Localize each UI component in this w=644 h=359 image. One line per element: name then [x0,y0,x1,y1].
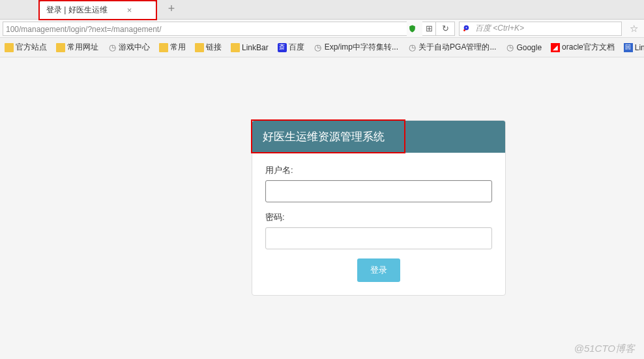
bookmark-item[interactable]: ◷游戏中心 [106,40,152,54]
login-panel: 好医生运维资源管理系统 用户名: 密码: 登录 [252,120,506,296]
browser-address-bar: 100/management/login/?next=/management/ … [0,20,644,38]
svg-point-1 [463,29,465,31]
bookmarks-bar: 官方站点常用网址◷游戏中心常用链接LinkBar斎百度◷Exp/imp中字符集转… [0,38,644,57]
login-button[interactable]: 登录 [357,258,400,282]
svg-point-0 [465,26,468,29]
bookmark-item[interactable]: 常用 [157,40,188,54]
bookmark-item[interactable]: 斎百度 [276,40,306,54]
bookmark-label: LinkBar [242,43,269,52]
username-input[interactable] [265,180,492,202]
reload-button[interactable]: ↻ [435,22,455,36]
shield-icon[interactable] [407,22,417,35]
bookmark-label: 百度 [289,42,304,53]
watermark-text: @51CTO博客 [574,343,635,355]
bookmark-label: Linux [635,43,644,52]
close-icon[interactable]: × [127,5,132,15]
login-panel-body: 用户名: 密码: 登录 [252,153,505,295]
browser-search-box[interactable]: 百度 <Ctrl+K> [459,22,622,36]
bookmark-item[interactable]: 链接 [193,40,224,54]
panel-title: 好医生运维资源管理系统 [263,131,385,143]
bookmark-label: 常用网址 [67,42,98,53]
page-content: 好医生运维资源管理系统 用户名: 密码: 登录 @51CTO博客 [0,57,644,359]
bookmark-item[interactable]: ◷关于自动PGA管理的... [405,40,498,54]
baidu-search-icon [462,23,473,34]
qrcode-icon[interactable]: ⊞ [422,22,435,36]
browser-tab-active[interactable]: 登录 | 好医生运维 × [39,1,156,19]
bookmark-item[interactable]: ◢oracle官方文档 [549,40,617,54]
bookmark-item[interactable]: LinkBar [229,42,271,54]
url-input[interactable]: 100/management/login/?next=/management/ [3,22,407,36]
bookmark-label: 关于自动PGA管理的... [418,42,496,53]
bookmark-item[interactable]: ◷Google [503,42,544,54]
bookmark-item[interactable]: 官方站点 [3,40,49,54]
tab-title: 登录 | 好医生运维 [46,5,108,16]
submit-row: 登录 [265,258,492,282]
password-label: 密码: [265,211,492,223]
search-placeholder: 百度 <Ctrl+K> [475,23,524,34]
password-row: 密码: [265,211,492,249]
login-panel-header: 好医生运维资源管理系统 [252,121,505,153]
bookmark-label: 游戏中心 [119,42,150,53]
bookmark-item[interactable]: ◷Exp/imp中字符集转... [312,40,400,54]
bookmark-label: 常用 [170,42,186,53]
bookmark-label: oracle官方文档 [562,42,615,53]
bookmark-label: 官方站点 [16,42,47,53]
bookmark-label: 链接 [206,42,222,53]
bookmark-star-icon[interactable]: ☆ [626,22,641,36]
browser-tab-bar: × 登录 | 好医生运维 × + [0,0,644,20]
password-input[interactable] [265,227,492,249]
username-label: 用户名: [265,164,492,176]
bookmark-item[interactable]: 常用网址 [54,40,100,54]
new-tab-button[interactable]: + [164,3,179,17]
bookmark-label: Google [516,43,542,52]
username-row: 用户名: [265,164,492,202]
bookmark-label: Exp/imp中字符集转... [325,42,398,53]
bookmark-item[interactable]: 回Linux [622,42,644,54]
